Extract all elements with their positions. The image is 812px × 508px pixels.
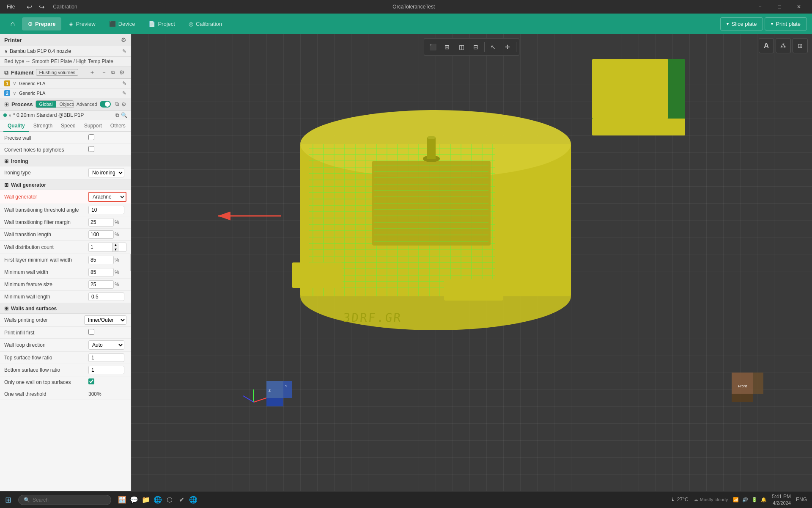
wall-loop-direction-select[interactable]: Auto CW CCW [88, 340, 124, 350]
print-infill-first-checkbox[interactable] [88, 329, 94, 335]
ironing-type-select[interactable]: No ironing Top All [88, 168, 124, 177]
wall-generator-section-title: Wall generator [11, 182, 46, 188]
wall-distribution-count-input[interactable] [89, 243, 112, 251]
battery-icon[interactable]: 🔋 [752, 497, 757, 502]
only-one-wall-checkbox[interactable] [88, 378, 94, 384]
redo-button[interactable]: ↪ [36, 2, 47, 12]
search-bar[interactable]: 🔍 [18, 495, 111, 505]
profile-copy-icon[interactable]: ⧉ [115, 112, 119, 118]
wall-generator-select[interactable]: Arachne Classic [88, 192, 126, 202]
minimize-button[interactable]: − [750, 0, 770, 14]
tab-others[interactable]: Others [106, 120, 130, 132]
taskbar-icon-6[interactable]: ✔ [177, 496, 186, 504]
walls-surfaces-section-header[interactable]: ⊞ Walls and surfaces [0, 303, 131, 314]
filament-2-name[interactable]: Generic PLA [19, 91, 45, 96]
taskbar-icon-4[interactable]: 🌐 [154, 496, 162, 504]
svg-rect-65 [592, 59, 668, 119]
ironing-section-header[interactable]: ⊞ Ironing [0, 156, 131, 166]
wall-dist-down-button[interactable]: ▼ [112, 247, 119, 251]
volume-icon[interactable]: 🔊 [742, 497, 748, 502]
convert-holes-checkbox[interactable] [88, 146, 94, 152]
menu-file[interactable]: File [3, 2, 18, 11]
tab-project[interactable]: 📄 Project [143, 17, 181, 30]
taskbar-icon-7[interactable]: 🌐 [189, 496, 198, 504]
process-copy-icon[interactable]: ⧉ [115, 101, 119, 108]
precise-wall-checkbox[interactable] [88, 134, 94, 140]
wall-generator-section-header[interactable]: ⊞ Wall generator [0, 179, 131, 190]
profile-search-icon[interactable]: 🔍 [121, 112, 127, 118]
walls-printing-order-select[interactable]: Inner/Outer Outer/Inner [84, 315, 126, 325]
printer-gear-icon[interactable]: ⚙ [121, 36, 126, 43]
min-wall-length-input[interactable] [88, 293, 124, 301]
home-button[interactable]: ⌂ [5, 16, 20, 31]
notification-icon[interactable]: 🔔 [761, 497, 767, 502]
taskbar-icon-5[interactable]: ⬡ [165, 496, 174, 504]
printer-section-header: Printer ⚙ [0, 34, 131, 46]
taskbar-icon-1[interactable]: 🪟 [118, 496, 126, 504]
precise-wall-value [88, 134, 126, 141]
wall-transitioning-threshold-input[interactable] [88, 206, 124, 214]
close-button[interactable]: ✕ [789, 0, 809, 14]
taskbar-icon-3[interactable]: 📁 [142, 496, 150, 504]
filament-remove-icon[interactable]: － [99, 69, 109, 76]
wall-transitioning-filter-input[interactable] [88, 218, 114, 226]
flushing-volumes-button[interactable]: Flushing volumes [36, 69, 78, 76]
status-right: 🌡 27°C ☁ Mostly cloudy 📶 🔊 🔋 🔔 5:41 PM 4… [670, 494, 807, 506]
titlebar-menu[interactable]: File [3, 2, 18, 11]
title-left: File ↩ ↪ Calibration [3, 2, 77, 12]
top-surface-flow-input[interactable] [88, 353, 124, 362]
maximize-button[interactable]: □ [770, 0, 789, 14]
min-feature-size-input[interactable] [88, 280, 114, 289]
tab-calibration[interactable]: ◎ Calibration [183, 17, 228, 30]
tab-quality[interactable]: Quality [3, 120, 29, 132]
printer-edit-icon[interactable]: ✎ [122, 48, 126, 54]
undo-button[interactable]: ↩ [24, 2, 35, 12]
wall-transitioning-threshold-row: Wall transitioning threshold angle [0, 204, 131, 216]
tab-device[interactable]: ⬛ Device [103, 17, 141, 30]
tab-preview[interactable]: ◈ Preview [63, 17, 101, 30]
filament-settings-icon[interactable]: ⚙ [118, 69, 126, 76]
filament-copy-icon[interactable]: ⧉ [111, 69, 115, 75]
filament-1-edit-icon[interactable]: ✎ [122, 80, 126, 86]
filament-2-edit-icon[interactable]: ✎ [122, 90, 126, 96]
svg-rect-59 [444, 279, 503, 301]
one-wall-threshold-text: 300% [88, 391, 102, 397]
min-wall-width-input[interactable] [88, 268, 114, 276]
taskbar-icon-2[interactable]: 💬 [130, 496, 138, 504]
filament-2-chevron: ∨ [13, 90, 16, 96]
wall-generator-label: Wall generator [4, 194, 88, 200]
slice-plate-button[interactable]: ▾ Slice plate [720, 17, 763, 30]
tab-strength[interactable]: Strength [29, 120, 57, 132]
process-settings-icon[interactable]: ⚙ [121, 101, 126, 108]
first-layer-min-wall-label: First layer minimum wall width [4, 257, 88, 263]
tab-prepare[interactable]: ⊙ Prepare [22, 17, 61, 30]
objects-tab[interactable]: Objects [56, 101, 74, 108]
svg-text:Front: Front [738, 384, 747, 388]
precise-wall-label: Precise wall [4, 135, 88, 141]
wall-distribution-count-row: Wall distribution count ▲ ▼ [0, 241, 131, 254]
global-tab[interactable]: Global [36, 101, 56, 108]
settings-scroll-area[interactable]: Precise wall Convert holes to polyholes … [0, 132, 131, 491]
network-icon[interactable]: 📶 [733, 497, 739, 502]
svg-rect-68 [753, 373, 763, 394]
tab-support[interactable]: Support [80, 120, 106, 132]
advanced-toggle[interactable] [100, 101, 111, 108]
first-layer-min-wall-input[interactable] [88, 256, 114, 264]
print-plate-button[interactable]: ▾ Print plate [765, 17, 807, 30]
wall-transition-length-input[interactable] [88, 230, 114, 239]
tab-speed[interactable]: Speed [57, 120, 80, 132]
wall-dist-up-button[interactable]: ▲ [112, 243, 119, 247]
prepare-icon: ⊙ [28, 21, 33, 27]
windows-logo-icon[interactable]: ⊞ [5, 495, 11, 505]
viewport[interactable]: ⬛ ⊞ ◫ ⊟ ↖ ✛ A ⁂ ⊞ [131, 34, 812, 491]
print-infill-first-value [88, 329, 126, 336]
advanced-label: Advanced [77, 102, 97, 107]
filament-add-icon[interactable]: ＋ [88, 69, 97, 76]
datetime-display[interactable]: 5:41 PM 4/2/2024 [772, 494, 791, 506]
filament-1-name[interactable]: Generic PLA [19, 81, 45, 86]
bed-type-value: Smooth PEI Plate / High Temp Plate [32, 58, 113, 64]
search-input[interactable] [33, 497, 100, 503]
ironing-type-value: No ironing Top All [88, 168, 126, 177]
bottom-surface-flow-input[interactable] [88, 366, 124, 374]
device-icon: ⬛ [109, 21, 116, 27]
